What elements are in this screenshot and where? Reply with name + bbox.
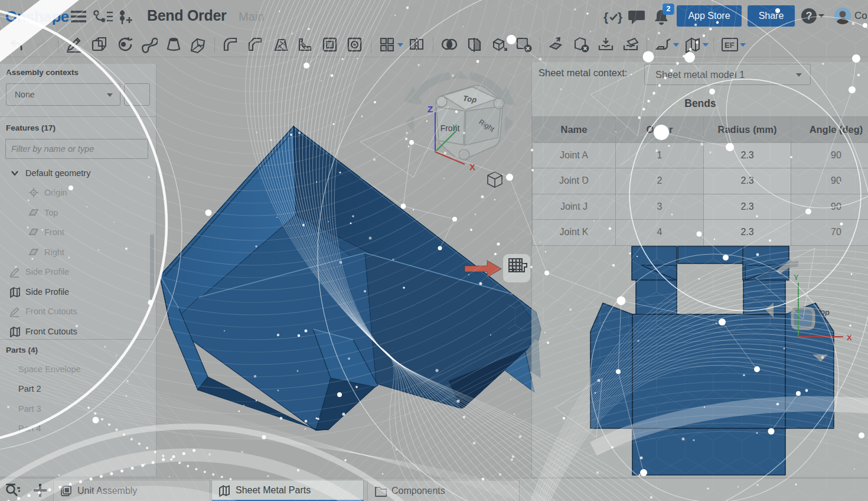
search-tabs-icon[interactable]	[5, 483, 20, 498]
tab-label: Sheet Metal Parts	[236, 485, 311, 496]
svg-text:X: X	[847, 333, 852, 342]
document-tab-unit-assembly[interactable]: Unit Assembly	[53, 480, 210, 501]
compass-top-label: Top	[816, 307, 830, 317]
folder-icon	[374, 484, 387, 497]
tab-label: Components	[391, 486, 445, 496]
flat-pattern-view[interactable]: TopYX	[0, 0, 868, 501]
partstudio-icon	[218, 484, 231, 497]
add-tab-icon[interactable]	[32, 483, 47, 498]
document-tab-sheet-metal-parts[interactable]: Sheet Metal Parts	[211, 480, 364, 501]
document-tab-components[interactable]: Components	[367, 480, 520, 501]
svg-text:Y: Y	[794, 273, 799, 282]
assembly-icon	[60, 484, 73, 497]
tab-bar: Unit AssemblySheet Metal PartsComponents	[0, 478, 868, 501]
tab-label: Unit Assembly	[77, 486, 137, 496]
